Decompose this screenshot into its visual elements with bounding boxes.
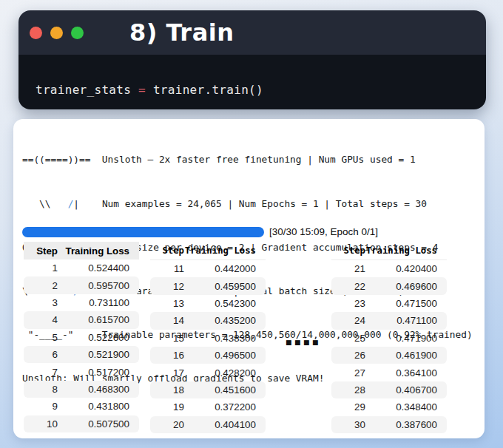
terminal-window: 8) Train trainer_stats = trainer.train() — [18, 10, 486, 109]
cell-loss: 0.435200 — [184, 315, 266, 326]
table-row: 8 0.468300 — [24, 381, 139, 398]
close-button[interactable] — [30, 27, 42, 39]
cell-loss: 0.461900 — [365, 350, 447, 361]
cell-step: 4 — [24, 314, 58, 325]
cell-step: 27 — [331, 367, 365, 379]
cell-loss: 0.420400 — [365, 263, 447, 274]
progress-label: [30/30 15:09, Epoch 0/1] — [269, 226, 378, 237]
table-row: 19 0.372200 — [150, 398, 266, 415]
cell-loss: 0.524400 — [58, 262, 139, 274]
table-row: 2 0.595700 — [24, 276, 139, 293]
cell-step: 9 — [24, 401, 58, 412]
window-titlebar: 8) Train — [18, 10, 486, 55]
table-body: 1 0.524400 2 0.595700 3 0.731100 4 — [24, 259, 139, 432]
cell-step: 26 — [331, 350, 365, 361]
cell-loss: 0.507500 — [58, 418, 139, 430]
cell-loss: 0.521900 — [58, 349, 139, 360]
equals-operator: = — [138, 83, 146, 97]
table-header: Step Training Loss — [150, 242, 266, 260]
cell-loss: 0.496500 — [184, 350, 266, 361]
cell-step: 17 — [150, 367, 184, 379]
step-column-header: Step — [24, 245, 58, 257]
loss-column-header: Training Loss — [184, 245, 266, 256]
table-header: Step Training Loss — [331, 242, 447, 260]
table-row: 26 0.461900 — [331, 347, 447, 364]
output-panel: ==((====))== Unsloth – 2x faster free fi… — [13, 119, 485, 438]
table-row: 24 0.471100 — [331, 312, 447, 329]
cell-loss: 0.364100 — [365, 367, 447, 379]
cell-loss: 0.348400 — [365, 401, 447, 413]
cell-step: 7 — [24, 367, 58, 378]
cell-loss: 0.469600 — [365, 281, 447, 292]
loss-column-header: Training Loss — [365, 245, 447, 256]
cell-step: 5 — [24, 332, 58, 343]
table-row: 1 0.524400 — [24, 259, 139, 276]
cell-loss: 0.404100 — [184, 419, 266, 430]
cell-step: 3 — [24, 297, 58, 308]
table-row: 30 0.387600 — [331, 416, 447, 433]
cell-loss: 0.471900 — [365, 333, 447, 344]
cell-step: 16 — [150, 350, 184, 361]
zoom-button[interactable] — [71, 27, 84, 39]
table-row: 20 0.404100 — [150, 416, 266, 433]
cell-loss: 0.459500 — [184, 281, 266, 292]
table-row: 21 0.420400 — [331, 260, 447, 277]
loss-column-header: Training Loss — [58, 245, 139, 257]
cell-step: 18 — [150, 384, 184, 396]
cell-loss: 0.387600 — [365, 419, 447, 430]
cell-loss: 0.517200 — [58, 367, 139, 378]
table-row: 9 0.431800 — [24, 398, 139, 415]
cell-step: 13 — [150, 298, 184, 309]
cell-loss: 0.406700 — [365, 384, 447, 396]
cell-loss: 0.442000 — [184, 263, 266, 274]
cell-step: 8 — [24, 384, 58, 395]
cell-step: 12 — [150, 281, 184, 292]
cell-loss: 0.428200 — [184, 367, 266, 379]
loss-table-2: Step Training Loss 11 0.442000 12 0.4595… — [150, 242, 266, 433]
table-row: 18 0.451600 — [150, 381, 266, 398]
cell-loss: 0.438300 — [184, 333, 266, 344]
cell-step: 2 — [24, 280, 58, 291]
table-row: 14 0.435200 — [150, 312, 266, 329]
table-row: 13 0.542300 — [150, 295, 266, 312]
cell-loss: 0.451600 — [184, 384, 266, 396]
cell-step: 23 — [331, 298, 365, 309]
step-column-header: Step — [331, 245, 365, 256]
table-row: 16 0.496500 — [150, 347, 266, 364]
cell-loss: 0.522600 — [58, 332, 139, 343]
cell-step: 28 — [331, 384, 365, 396]
cell-loss: 0.615700 — [58, 314, 139, 325]
table-row: 23 0.471500 — [331, 295, 447, 312]
window-title: 8) Train — [129, 18, 234, 47]
table-row: 25 0.471900 — [331, 330, 447, 347]
table-row: 22 0.469600 — [331, 277, 447, 294]
cell-step: 20 — [150, 419, 184, 430]
loss-table-1: Step Training Loss 1 0.524400 2 0.595700 — [24, 242, 139, 432]
cell-step: 21 — [331, 263, 365, 274]
cell-loss: 0.595700 — [58, 280, 139, 291]
table-row: 12 0.459500 — [150, 277, 266, 294]
table-row: 29 0.348400 — [331, 398, 447, 415]
banner-line-2: \\ /| Num examples = 24,065 | Num Epochs… — [22, 197, 473, 211]
table-row: 27 0.364100 — [331, 364, 447, 381]
cell-loss: 0.372200 — [184, 401, 266, 413]
code-line: trainer_stats = trainer.train() — [36, 83, 263, 97]
minimize-button[interactable] — [50, 27, 63, 39]
table-row: 7 0.517200 — [24, 363, 139, 380]
cell-step: 6 — [24, 349, 58, 360]
table-body: 11 0.442000 12 0.459500 13 0.542300 — [150, 260, 266, 433]
table-row: 15 0.438300 — [150, 330, 266, 347]
cell-step: 29 — [331, 401, 365, 413]
table-row: 17 0.428200 — [150, 364, 266, 381]
table-row: 11 0.442000 — [150, 260, 266, 277]
cell-loss: 0.731100 — [58, 297, 139, 308]
cell-step: 30 — [331, 419, 365, 430]
cell-step: 14 — [150, 315, 184, 326]
table-header: Step Training Loss — [24, 242, 139, 259]
cell-step: 11 — [150, 263, 184, 274]
banner-line-1: ==((====))== Unsloth – 2x faster free fi… — [22, 152, 473, 167]
table-row: 10 0.507500 — [24, 415, 139, 432]
cell-step: 24 — [331, 315, 365, 326]
progress-row: [30/30 15:09, Epoch 0/1] — [22, 226, 378, 237]
cell-step: 25 — [331, 333, 365, 344]
